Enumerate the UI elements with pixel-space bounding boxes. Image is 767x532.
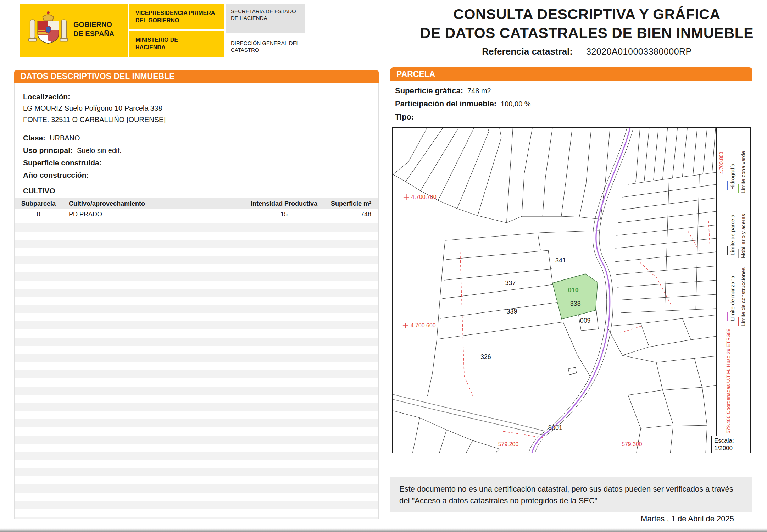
empty-striped-rows: [15, 223, 378, 519]
referencia-value: 32020A010003380000RP: [586, 46, 692, 57]
panel-header-parcela: PARCELA: [390, 67, 752, 81]
escala-value: 1/2000: [714, 444, 748, 452]
cadastral-document: GOBIERNO DE ESPAÑA VICEPRESIDENCIA PRIME…: [0, 0, 767, 532]
ano-construccion-label: Año construcción:: [23, 171, 89, 179]
title-line1: CONSULTA DESCRIPTIVA Y GRÁFICA: [418, 5, 755, 24]
cell-cultivo: PD PRADO: [62, 211, 243, 218]
panel-header-datos: DATOS DESCRIPTIVOS DEL INMUEBLE: [14, 70, 379, 83]
col-cultivo: Cultivo/aprovechamiento: [62, 200, 243, 207]
ministerio-label: MINISTERIO DE HACIENDA: [135, 36, 189, 51]
clase-value: URBANO: [50, 134, 80, 142]
parcel-label-326: 326: [480, 353, 491, 360]
legend-item-limite-construcciones: Límite de construcciones: [738, 267, 746, 326]
coordinate-label-easting2: 579.300: [622, 441, 642, 447]
clase-label: Clase:: [23, 134, 45, 142]
document-date: Martes , 1 de Abril de 2025: [390, 514, 752, 523]
legend-item-limite-parcela: Límite de parcela: [727, 215, 735, 255]
vicepresidencia-label: VICEPRESIDENCIA PRIMERA DEL GOBIERNO: [135, 9, 217, 24]
ano-construccion-row: Año construcción:: [23, 171, 370, 180]
secretaria-box: SECRETARÍA DE ESTADO DE HACIENDA: [226, 4, 305, 33]
escala-label: Escala:: [714, 437, 748, 444]
superficie-grafica-row: Superficie gráfica:748 m2: [395, 86, 752, 96]
localizacion-line2: FONTE. 32511 O CARBALLIÑO [OURENSE]: [23, 115, 370, 124]
utm-text: 579.400 Coordenadas U.T.M. Huso 29 ETRS8…: [726, 328, 731, 433]
parcel-label-337: 337: [505, 279, 516, 287]
superficie-construida-label: Superficie construida:: [23, 159, 102, 167]
localizacion-label: Localización:: [23, 92, 370, 101]
col-intensidad: Intensidad Productiva: [243, 200, 325, 207]
col-subparcela: Subparcela: [15, 200, 62, 207]
direccion-general-label: DIRECCIÓN GENERAL DEL CATASTRO: [231, 40, 302, 53]
tipo-row: Tipo:: [395, 112, 752, 122]
cultivo-table: Subparcela Cultivo/aprovechamiento Inten…: [15, 198, 378, 220]
superficie-grafica-label: Superficie gráfica:: [395, 86, 463, 95]
parcel-label-341: 341: [555, 257, 566, 264]
subparcel-label-010: 010: [568, 287, 579, 294]
datos-descriptivos-panel: DATOS DESCRIPTIVOS DEL INMUEBLE Localiza…: [14, 70, 379, 519]
escala-box: Escala: 1/2000: [711, 436, 750, 453]
col-superficie: Superficie m²: [325, 200, 371, 207]
cadastral-map: 341 337 339 009 326 9001 010 338 4.700.7…: [393, 128, 716, 453]
title-line2: DE DATOS CATASTRALES DE BIEN INMUEBLE: [418, 24, 755, 43]
limite-construcciones-line-swatch: [738, 317, 739, 326]
localizacion-line1: LG MOURIZ Suelo Polígono 10 Parcela 338: [23, 104, 370, 113]
parcela-info: Superficie gráfica:748 m2 Participación …: [390, 81, 752, 122]
legend-label: Límite zona verde: [740, 151, 746, 193]
coat-of-arms-icon: [27, 9, 69, 52]
cell-subparcela: 0: [15, 211, 62, 218]
parcela-panel: PARCELA Superficie gráfica:748 m2 Partic…: [390, 67, 752, 455]
datos-panel-body: Localización: LG MOURIZ Suelo Polígono 1…: [14, 83, 379, 519]
coordinate-label-northing3: 4.700.800: [718, 152, 724, 174]
legend-label: Hidrografía: [729, 164, 735, 190]
table-row: 0 PD PRADO 15 748: [15, 209, 378, 220]
government-logo: GOBIERNO DE ESPAÑA VICEPRESIDENCIA PRIME…: [20, 4, 224, 57]
track-lines: [393, 394, 545, 436]
legend-label: Límite de construcciones: [740, 267, 746, 326]
limite-parcela-line-swatch: [727, 246, 728, 255]
participacion-value: 100,00 %: [501, 100, 531, 108]
participacion-row: Participación del inmueble:100,00 %: [395, 99, 752, 109]
clase-row: Clase:URBANO: [23, 133, 370, 143]
highlighted-parcel: [552, 274, 598, 319]
legend-item-mobiliario: Mobiliario y aceras: [738, 214, 746, 258]
red-dashed-lines: [460, 221, 710, 438]
superficie-grafica-value: 748 m2: [467, 87, 491, 95]
gobierno-line2: DE ESPAÑA: [73, 29, 114, 38]
parcel-label-338: 338: [570, 300, 581, 307]
parcel-label-9001: 9001: [548, 424, 562, 431]
hidrografia-line-swatch: [727, 181, 728, 190]
superficie-construida-row: Superficie construida:: [23, 158, 370, 167]
mobiliario-line-swatch: [738, 249, 739, 258]
legend-label: Límite de manzana: [729, 276, 735, 321]
cultivo-table-header: Subparcela Cultivo/aprovechamiento Inten…: [15, 198, 378, 209]
legend-item-hidrografia: Hidrografía: [727, 164, 735, 190]
zona-verde-line-swatch: [738, 184, 739, 193]
cell-superficie: 748: [325, 211, 371, 218]
disclaimer-box: Este documento no es una certificación c…: [390, 477, 752, 512]
uso-label: Uso principal:: [23, 146, 73, 154]
grid-tick-marks: [403, 194, 409, 328]
cultivo-title: CULTIVO: [23, 186, 370, 195]
uso-value: Suelo sin edif.: [77, 146, 122, 154]
participacion-label: Participación del inmueble:: [395, 99, 496, 108]
cell-intensidad: 15: [243, 211, 325, 218]
referencia-label: Referencia catastral:: [482, 46, 573, 57]
document-title: CONSULTA DESCRIPTIVA Y GRÁFICA DE DATOS …: [418, 5, 755, 43]
legend-label: Mobiliario y aceras: [740, 214, 746, 258]
utm-reference-label: 579.400 Coordenadas U.T.M. Huso 29 ETRS8…: [726, 328, 731, 433]
limite-manzana-line-swatch: [727, 312, 728, 321]
uso-row: Uso principal:Suelo sin edif.: [23, 146, 370, 155]
referencia-row: Referencia catastral: 32020A010003380000…: [418, 46, 755, 57]
legend-item-limite-manzana: Límite de manzana: [727, 276, 735, 321]
gobierno-line1: GOBIERNO: [73, 20, 114, 29]
coordinate-label-northing2: 4.700.600: [411, 322, 436, 328]
logo-horizontal-divider: [129, 29, 224, 31]
legend-item-zona-verde: Límite zona verde: [738, 151, 746, 193]
secretaria-label: SECRETARÍA DE ESTADO DE HACIENDA: [231, 8, 302, 21]
gobierno-title: GOBIERNO DE ESPAÑA: [73, 20, 114, 38]
parcel-label-339: 339: [507, 308, 517, 315]
legend-label: Límite de parcela: [729, 215, 735, 255]
northing3-text: 4.700.800: [718, 152, 724, 174]
tipo-label: Tipo:: [395, 112, 414, 121]
legend-strip: 4.700.800 Hidrografía Límite zona verde …: [716, 128, 750, 453]
